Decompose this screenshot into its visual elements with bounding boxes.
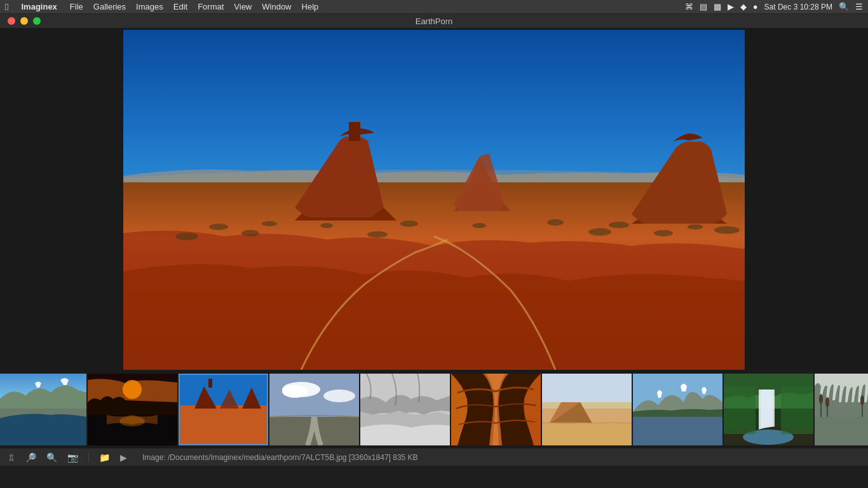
menu-bar:  Imaginex File Galleries Images Edit Fo…	[0, 0, 868, 14]
filmstrip-thumb-7[interactable]	[542, 374, 632, 445]
svg-rect-0	[123, 30, 745, 189]
svg-point-23	[123, 380, 142, 399]
menu-format[interactable]: Format	[193, 0, 229, 14]
control-center-icon[interactable]: ▤	[700, 2, 707, 11]
share-icon[interactable]: ⇫	[8, 452, 15, 463]
svg-point-55	[825, 397, 829, 407]
svg-point-10	[609, 222, 629, 228]
svg-point-8	[472, 223, 486, 228]
window-title: EarthPorn	[416, 17, 453, 26]
list-icon[interactable]: ☰	[855, 2, 863, 11]
menu-images[interactable]: Images	[131, 0, 168, 14]
svg-rect-50	[781, 386, 813, 434]
zoom-out-icon[interactable]: 🔎	[25, 452, 36, 463]
wifi-status-icon[interactable]: ◆	[740, 2, 747, 11]
zoom-in-icon[interactable]: 🔍	[46, 452, 57, 463]
filmstrip-thumb-3[interactable]	[179, 374, 268, 445]
svg-point-12	[175, 233, 198, 240]
window-controls	[8, 17, 41, 25]
folder-icon[interactable]: 📁	[99, 452, 110, 463]
wifi-icon: ⌘	[685, 2, 693, 11]
svg-rect-49	[724, 386, 756, 434]
search-menu-icon[interactable]: 🔍	[839, 2, 849, 11]
svg-point-56	[860, 395, 864, 405]
svg-point-33	[323, 390, 355, 402]
svg-rect-40	[542, 423, 632, 445]
status-info-text: Image: /Documents/Imaginex/media/earthpo…	[142, 453, 418, 462]
app-name[interactable]: Imaginex	[16, 0, 62, 14]
svg-point-16	[654, 230, 673, 236]
svg-point-4	[209, 224, 228, 230]
filmstrip-thumb-2[interactable]	[88, 374, 177, 445]
main-image-svg	[123, 30, 745, 370]
main-image-area	[0, 28, 868, 371]
svg-point-11	[688, 224, 703, 229]
svg-rect-28	[208, 379, 212, 388]
menu-file[interactable]: File	[65, 0, 88, 14]
filmstrip-thumb-4[interactable]	[269, 374, 359, 445]
menu-window[interactable]: Window	[257, 0, 296, 14]
spotlight-icon[interactable]: ●	[753, 2, 758, 11]
svg-point-13	[241, 230, 259, 236]
menu-view[interactable]: View	[229, 0, 257, 14]
svg-point-15	[588, 228, 611, 236]
menu-right-area: ⌘ ▤ ▩ ▶ ◆ ● Sat Dec 3 10:28 PM 🔍 ☰	[685, 2, 863, 11]
title-bar: EarthPorn	[0, 14, 868, 28]
filmstrip	[0, 371, 868, 448]
slideshow-icon[interactable]: ▶	[120, 452, 127, 463]
svg-point-9	[547, 219, 564, 226]
status-separator-1	[88, 452, 89, 463]
svg-point-5	[262, 221, 277, 226]
svg-point-17	[714, 226, 740, 234]
svg-point-25	[119, 416, 145, 426]
svg-point-32	[282, 385, 308, 398]
svg-rect-53	[815, 417, 868, 445]
svg-point-54	[819, 394, 823, 404]
status-bar: ⇫ 🔎 🔍 📷 📁 ▶ Image: /Documents/Imaginex/m…	[0, 448, 868, 466]
filmstrip-thumb-10[interactable]	[815, 374, 868, 445]
filmstrip-thumb-5[interactable]	[360, 374, 450, 445]
filmstrip-thumb-6[interactable]	[451, 374, 541, 445]
svg-point-6	[320, 223, 333, 228]
screen-icon: ▩	[714, 2, 721, 11]
datetime-display: Sat Dec 3 10:28 PM	[764, 3, 832, 11]
menu-help[interactable]: Help	[297, 0, 324, 14]
close-button[interactable]	[8, 17, 15, 25]
volume-icon[interactable]: ▶	[728, 2, 734, 11]
svg-rect-43	[633, 417, 722, 445]
svg-point-7	[400, 220, 418, 227]
filmstrip-thumb-1[interactable]	[0, 374, 86, 445]
apple-menu-icon[interactable]: 	[5, 1, 8, 12]
minimize-button[interactable]	[20, 17, 28, 25]
main-image[interactable]	[123, 30, 745, 370]
maximize-button[interactable]	[33, 17, 41, 25]
filmstrip-thumb-8[interactable]	[633, 374, 722, 445]
zoom-fit-icon[interactable]: 📷	[67, 452, 78, 463]
menu-edit[interactable]: Edit	[168, 0, 193, 14]
filmstrip-thumb-9[interactable]	[724, 374, 813, 445]
svg-rect-27	[179, 405, 268, 445]
svg-point-14	[367, 231, 388, 238]
svg-rect-3	[349, 122, 360, 141]
menu-galleries[interactable]: Galleries	[88, 0, 131, 14]
svg-rect-39	[542, 374, 632, 402]
